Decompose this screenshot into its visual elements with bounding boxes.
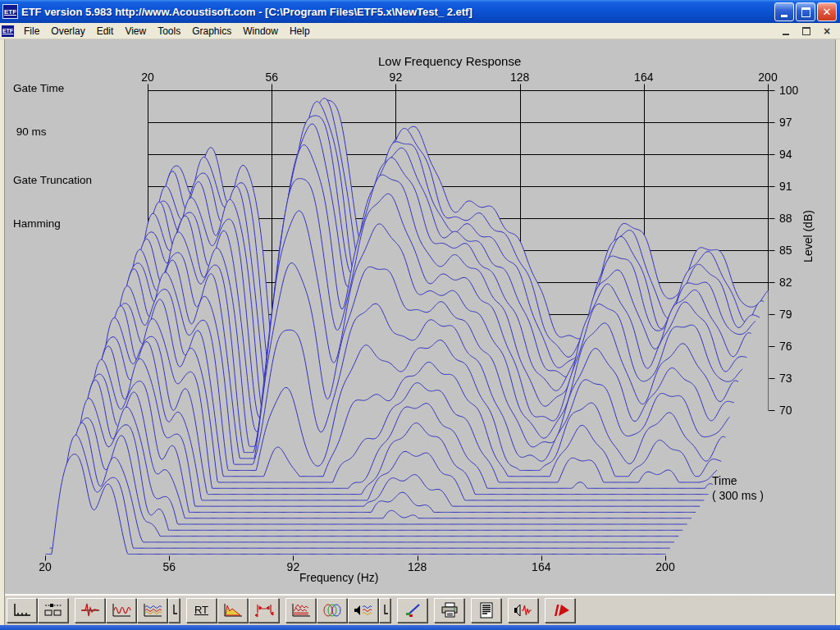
level-tick-label: 73	[779, 372, 792, 385]
frequency-response-icon	[111, 602, 132, 619]
freq-tick-label-front: 92	[279, 560, 307, 573]
axis-scale-icon	[11, 602, 33, 619]
report-icon	[476, 602, 497, 619]
chart-title: Low Frequency Response	[378, 54, 521, 68]
freq-tick-label-rear: 56	[258, 71, 285, 84]
freq-tick-label-rear: 128	[506, 71, 534, 84]
level-tick-label: 79	[779, 308, 792, 321]
toolbar-button-speaker-impulse[interactable]	[508, 598, 538, 623]
toolbar-button-marker-a[interactable]	[168, 598, 180, 623]
freq-tick-label-front: 56	[155, 560, 183, 573]
phase-response-icon	[322, 602, 343, 619]
gate-truncation-value: Hamming	[13, 217, 92, 231]
level-tick-label: 85	[779, 244, 792, 257]
toolbar-button-frequency-response[interactable]	[106, 598, 136, 623]
toolbar-button-phase-response[interactable]	[317, 598, 347, 623]
toolbar-button-annotate-pencil[interactable]	[397, 598, 427, 623]
gate-time-value: 90 ms	[13, 125, 92, 139]
app-window: ETF ETF version 5.983 http://www.Acousti…	[0, 0, 840, 630]
rt60-icon: RT	[194, 604, 208, 616]
level-tick-label: 100	[779, 84, 798, 97]
gate-markers-icon	[253, 602, 275, 619]
waterfall-icon	[290, 602, 312, 619]
toolbar-button-energy-time-curve[interactable]	[217, 598, 248, 623]
level-tick-label: 97	[779, 116, 792, 129]
toolbar-button-report[interactable]	[471, 598, 501, 623]
impulse-response-icon	[80, 602, 101, 619]
overlay-curves-icon	[142, 602, 163, 619]
toolbar-button-display-layout[interactable]	[38, 598, 68, 623]
marker-small-icon	[171, 602, 178, 619]
y-axis-label: Level (dB)	[801, 199, 815, 273]
toolbar-button-print[interactable]	[434, 598, 464, 623]
energy-time-curve-icon	[222, 602, 244, 619]
toolbar-button-axis-scale[interactable]	[7, 598, 37, 623]
level-tick-label: 94	[779, 148, 792, 161]
toolbar-button-overlay-curves[interactable]	[137, 598, 167, 623]
toolbar-button-impulse-response[interactable]	[75, 598, 105, 623]
freq-tick-label-rear: 200	[754, 71, 782, 84]
toolbar-button-gate-markers[interactable]	[249, 598, 279, 623]
display-layout-icon	[43, 602, 64, 619]
toolbar: RT	[5, 594, 835, 625]
gate-info-panel: Gate Time 90 ms Gate Truncation Hamming	[13, 52, 92, 260]
level-tick-label: 70	[779, 404, 792, 417]
time-axis-label: Time ( 300 ms )	[712, 473, 764, 503]
level-tick-label: 91	[779, 180, 792, 193]
freq-tick-label-rear: 92	[381, 71, 409, 84]
toolbar-button-measure-run[interactable]	[545, 598, 575, 623]
marker-small-icon	[381, 602, 389, 619]
freq-tick-label-front: 20	[31, 560, 59, 573]
level-tick-label: 82	[779, 276, 792, 289]
level-tick-label: 88	[779, 212, 792, 225]
waterfall-plot	[0, 0, 840, 594]
freq-tick-label-front: 128	[404, 560, 431, 573]
print-icon	[439, 602, 460, 619]
annotate-pencil-icon	[402, 602, 423, 619]
toolbar-button-speaker-room-response[interactable]	[348, 598, 378, 623]
speaker-impulse-icon	[513, 602, 534, 619]
toolbar-button-marker-b[interactable]	[379, 598, 390, 623]
freq-tick-label-front: 200	[651, 560, 679, 573]
speaker-room-response-icon	[353, 602, 374, 619]
gate-truncation-label: Gate Truncation	[13, 173, 92, 187]
freq-tick-label-rear: 164	[630, 71, 658, 84]
gate-time-label: Gate Time	[13, 81, 92, 95]
window-border-bottom	[0, 625, 840, 630]
freq-tick-label-front: 164	[527, 560, 555, 573]
toolbar-button-waterfall[interactable]	[285, 598, 316, 623]
x-axis-label: Frequency (Hz)	[299, 571, 378, 584]
level-tick-label: 76	[779, 340, 792, 353]
toolbar-button-rt60[interactable]: RT	[186, 598, 217, 623]
freq-tick-label-rear: 20	[134, 71, 162, 84]
measure-run-icon	[550, 602, 571, 619]
